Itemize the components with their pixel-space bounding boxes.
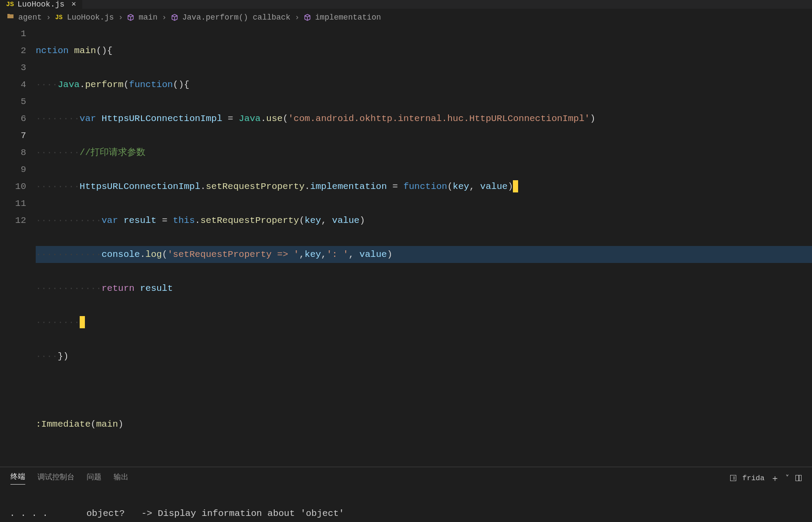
chevron-right-icon: › <box>295 13 300 22</box>
line-number: 5 <box>0 93 26 110</box>
line-number: 4 <box>0 76 26 93</box>
line-number: 3 <box>0 59 26 76</box>
tab-filename: LuoHook.js <box>17 0 64 9</box>
panel-tabs: 终端 调试控制台 问题 输出 frida ＋ ˅ <box>0 467 812 489</box>
shell-name[interactable]: frida <box>742 474 765 482</box>
code-line: ········var HttpsURLConnectionImpl = Jav… <box>36 110 812 127</box>
terminal-body[interactable]: . . . . object? -> Display information a… <box>0 489 812 522</box>
terminal-line: . . . . object? -> Display information a… <box>10 506 802 521</box>
launch-profile-icon[interactable] <box>730 475 736 481</box>
breadcrumb: agent › JS LuoHook.js › main › Java.perf… <box>0 9 812 25</box>
code-line: ····}) <box>36 348 812 365</box>
tab-debug-console[interactable]: 调试控制台 <box>37 472 74 485</box>
close-icon[interactable]: × <box>71 0 76 9</box>
breadcrumb-sym2[interactable]: Java.perform() callback <box>182 13 290 22</box>
tab-problems[interactable]: 问题 <box>87 472 101 485</box>
code-line: nction main(){ <box>36 42 812 59</box>
code-line: ········ <box>36 314 812 331</box>
editor[interactable]: 1 2 3 4 5 6 7 8 9 10 11 12 nction main()… <box>0 25 812 467</box>
panel-actions: frida ＋ ˅ <box>730 472 802 484</box>
line-number: 2 <box>0 42 26 59</box>
line-number: 1 <box>0 25 26 42</box>
split-terminal-icon[interactable] <box>795 475 802 481</box>
tab-luohook[interactable]: JS LuoHook.js × <box>0 0 82 9</box>
cursor <box>513 180 518 192</box>
editor-tabs: JS LuoHook.js × <box>0 0 812 9</box>
code-line: ········HttpsURLConnectionImpl.setReques… <box>36 178 812 195</box>
code-area[interactable]: nction main(){ ····Java.perform(function… <box>36 25 812 467</box>
code-line: ············console.log('setRequestPrope… <box>36 246 812 263</box>
line-number: 8 <box>0 144 26 161</box>
line-number: 10 <box>0 178 26 195</box>
chevron-right-icon: › <box>46 13 51 22</box>
code-line: ············return result <box>36 280 812 297</box>
new-terminal-icon[interactable]: ＋ <box>771 472 779 484</box>
js-icon: JS <box>55 14 63 21</box>
breadcrumb-sym1[interactable]: main <box>138 13 157 22</box>
symbol-icon <box>304 13 311 22</box>
chevron-right-icon: › <box>162 13 167 22</box>
tab-terminal[interactable]: 终端 <box>10 471 25 485</box>
code-line: :Immediate(main) <box>36 416 812 433</box>
js-icon: JS <box>6 1 14 8</box>
chevron-down-icon[interactable]: ˅ <box>785 474 789 483</box>
breadcrumb-sym3[interactable]: implementation <box>315 13 381 22</box>
tab-output[interactable]: 输出 <box>114 472 128 485</box>
breadcrumb-file[interactable]: LuoHook.js <box>67 13 114 22</box>
line-number: 7 <box>0 127 26 144</box>
code-line: ····Java.perform(function(){ <box>36 76 812 93</box>
bottom-panel: 终端 调试控制台 问题 输出 frida ＋ ˅ . . . . object?… <box>0 467 812 522</box>
line-number: 6 <box>0 110 26 127</box>
gutter: 1 2 3 4 5 6 7 8 9 10 11 12 <box>0 25 36 467</box>
symbol-icon <box>127 13 134 22</box>
code-line: ········//打印请求参数 <box>36 144 812 161</box>
folder-icon <box>7 13 14 22</box>
cursor <box>80 316 85 328</box>
line-number: 11 <box>0 195 26 212</box>
symbol-icon <box>171 13 178 22</box>
line-number: 12 <box>0 212 26 229</box>
code-line <box>36 382 812 399</box>
chevron-right-icon: › <box>118 13 123 22</box>
code-line: ············var result = this.setRequest… <box>36 212 812 229</box>
line-number: 9 <box>0 161 26 178</box>
breadcrumb-folder[interactable]: agent <box>18 13 42 22</box>
